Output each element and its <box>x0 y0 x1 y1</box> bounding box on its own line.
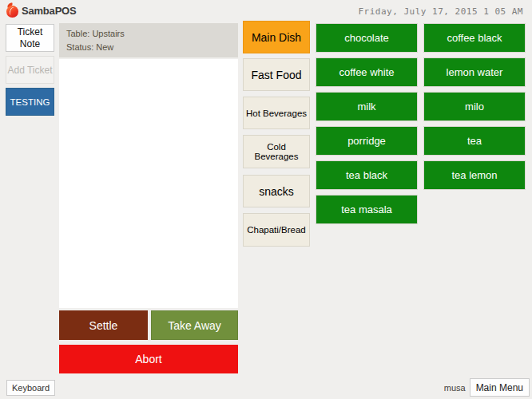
take-away-button[interactable]: Take Away <box>151 310 238 340</box>
category-fast-food[interactable]: Fast Food <box>243 58 310 91</box>
settle-button[interactable]: Settle <box>59 310 148 340</box>
abort-button[interactable]: Abort <box>59 345 238 373</box>
keyboard-button[interactable]: Keyboard <box>6 380 55 396</box>
add-ticket-button[interactable]: Add Ticket <box>6 56 54 84</box>
sambapos-apple-icon <box>6 4 20 18</box>
menu-item-tea-masala[interactable]: tea masala <box>316 195 418 224</box>
category-chapati-bread[interactable]: Chapati/Bread <box>243 213 310 247</box>
category-main-dish[interactable]: Main Dish <box>243 21 310 53</box>
menu-item-milk[interactable]: milk <box>316 92 418 121</box>
menu-item-tea[interactable]: tea <box>423 126 526 156</box>
clock-datetime: Friday, July 17, 2015 1 05 AM <box>358 6 523 17</box>
category-hot-beverages[interactable]: Hot Beverages <box>243 97 310 129</box>
ticket-note-button[interactable]: Ticket Note <box>6 24 54 52</box>
pos-window: SambaPOS Friday, July 17, 2015 1 05 AM T… <box>0 0 532 399</box>
menu-item-porridge[interactable]: porridge <box>316 126 418 156</box>
menu-item-coffee-black[interactable]: coffee black <box>423 23 526 53</box>
menu-item-lemon-water[interactable]: lemon water <box>423 57 526 87</box>
status-bar: Keyboard musa Main Menu <box>0 377 532 399</box>
category-cold-beverages[interactable]: Cold Beverages <box>243 135 310 168</box>
menu-item-coffee-white[interactable]: coffee white <box>316 57 418 87</box>
ticket-table-label: Table: Upstairs <box>66 27 231 41</box>
ticket-header: Table: Upstairs Status: New <box>59 23 238 57</box>
menu-item-chocolate[interactable]: chocolate <box>316 23 418 53</box>
top-bar: SambaPOS Friday, July 17, 2015 1 05 AM <box>0 0 532 21</box>
menu-item-milo[interactable]: milo <box>423 92 526 121</box>
ticket-order-list[interactable] <box>59 59 238 308</box>
brand-name: SambaPOS <box>22 5 77 17</box>
menu-item-tea-black[interactable]: tea black <box>316 160 418 190</box>
main-menu-button[interactable]: Main Menu <box>470 378 530 397</box>
ticket-panel: Table: Upstairs Status: New <box>59 23 238 308</box>
testing-button[interactable]: TESTING <box>6 88 54 116</box>
menu-item-grid: chocolate coffee black coffee white lemo… <box>316 23 526 224</box>
category-snacks[interactable]: snacks <box>243 175 310 207</box>
logged-in-user: musa <box>444 383 466 393</box>
ticket-status-label: Status: New <box>66 41 231 54</box>
menu-item-tea-lemon[interactable]: tea lemon <box>423 160 526 190</box>
app-logo: SambaPOS <box>6 2 77 18</box>
